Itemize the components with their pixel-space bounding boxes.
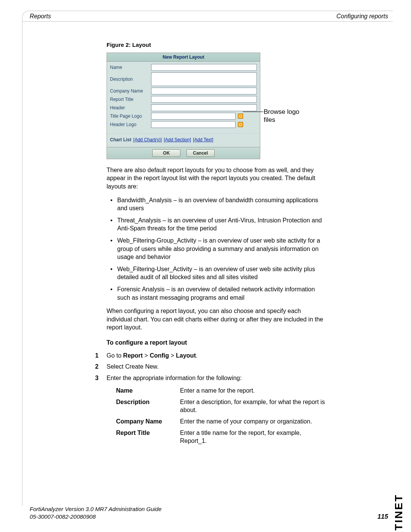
field-definitions: Name Enter a name for the report. Descri… (116, 387, 327, 445)
label-title-page-logo: Title Page Logo (110, 113, 151, 119)
step-2: 2 Select Create New. (95, 363, 316, 371)
label-company-name: Company Name (110, 88, 151, 94)
dialog-body: Name Description Company Name Report Tit… (107, 62, 260, 130)
cancel-button[interactable]: Cancel (186, 149, 215, 157)
header-left: Reports (30, 13, 51, 20)
ok-button[interactable]: OK (152, 149, 180, 157)
procedure-heading: To configure a report layout (107, 339, 327, 347)
add-charts-link[interactable]: [Add Chart(s)] (133, 137, 162, 142)
new-report-layout-dialog: New Report Layout Name Description Compa… (107, 53, 260, 159)
chart-list-row: Chart List [Add Chart(s)] [Add Section] … (107, 133, 260, 147)
intro-paragraph: There are also default report layouts fo… (107, 166, 327, 191)
def-report-title-term: Report Title (116, 429, 180, 445)
add-section-link[interactable]: [Add Section] (164, 137, 191, 142)
label-report-title: Report Title (110, 96, 151, 102)
header-rule (22, 21, 393, 22)
label-description: Description (110, 76, 151, 82)
label-header: Header (110, 105, 151, 111)
browse-title-logo-icon[interactable] (238, 113, 243, 119)
input-company-name[interactable] (151, 88, 257, 94)
input-report-title[interactable] (151, 96, 257, 103)
def-company-term: Company Name (116, 417, 180, 426)
procedure-steps: 1 Go to Report > Config > Layout. 2 Sele… (95, 351, 316, 382)
content-area: Figure 2: Layout New Report Layout Name … (107, 41, 327, 448)
def-name-term: Name (116, 387, 180, 395)
browse-header-logo-icon[interactable] (238, 122, 243, 127)
header-right: Configuring reports (336, 13, 388, 20)
def-name-desc: Enter a name for the report. (180, 387, 327, 395)
input-header[interactable] (151, 104, 257, 111)
dialog-buttons: OK Cancel (107, 147, 260, 159)
default-layouts-list: Bandwidth_Analysis – is an overview of b… (107, 196, 327, 302)
screenshot-wrap: New Report Layout Name Description Compa… (107, 53, 308, 159)
label-header-logo: Header Logo (110, 121, 151, 128)
annotation-browse-logo: Browse logo files (264, 108, 308, 124)
step-3: 3 Enter the appropriate information for … (95, 374, 316, 382)
chart-list-label: Chart List (110, 137, 131, 142)
dialog-title: New Report Layout (107, 53, 260, 62)
input-title-page-logo[interactable] (151, 113, 236, 120)
def-company-desc: Enter the name of your company or organi… (180, 417, 327, 426)
input-description[interactable] (151, 72, 257, 86)
list-item: Web_Filtering-User_Activity – is an over… (107, 265, 327, 281)
list-item: Threat_Analysis – is an overview of user… (107, 216, 327, 233)
annotation-leader-line (243, 112, 263, 112)
label-name: Name (110, 64, 151, 70)
input-header-logo[interactable] (151, 121, 236, 128)
list-item: Forensic Analysis – is an overview of de… (107, 285, 327, 302)
def-report-title-desc: Enter a title name for the report, for e… (180, 429, 327, 445)
footer-text: FortiAnalyzer Version 3.0 MR7 Administra… (30, 505, 162, 521)
step-1: 1 Go to Report > Config > Layout. (95, 351, 316, 360)
add-text-link[interactable]: [Add Text] (193, 137, 213, 142)
def-description-desc: Enter a description, for example, for wh… (180, 398, 327, 414)
fortinet-logo: F RTINET (393, 494, 405, 532)
after-list-paragraph: When configuring a report layout, you ca… (107, 307, 327, 332)
def-description-term: Description (116, 398, 180, 414)
list-item: Web_Filtering-Group_Activity – is an ove… (107, 236, 327, 261)
figure-caption: Figure 2: Layout (107, 41, 327, 49)
page-number: 115 (378, 513, 388, 521)
input-name[interactable] (151, 64, 257, 71)
list-item: Bandwidth_Analysis – is an overview of b… (107, 196, 327, 212)
